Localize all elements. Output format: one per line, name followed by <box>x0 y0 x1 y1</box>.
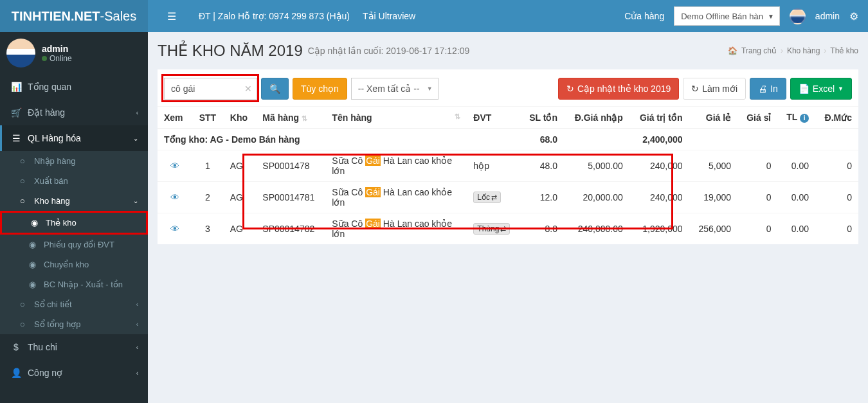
view-icon[interactable]: 👁 <box>170 161 179 171</box>
group-row: Tổng kho: AG - Demo Bán hàng 68.0 2,400,… <box>158 129 858 150</box>
unit-badge[interactable]: Thùng ⇄ <box>473 223 510 235</box>
unit-badge[interactable]: Lốc ⇄ <box>473 192 501 203</box>
search-input[interactable] <box>164 78 257 100</box>
sidebar-item-congno[interactable]: 👤Công nợ‹ <box>0 360 148 386</box>
col-xem[interactable]: Xem <box>158 107 192 129</box>
avatar-large[interactable] <box>6 39 35 67</box>
options-button[interactable]: Tùy chọn <box>293 78 347 100</box>
search-icon: 🔍 <box>269 84 280 94</box>
user-panel: admin Online <box>0 32 148 74</box>
print-icon: 🖨 <box>758 84 767 94</box>
sidebar-item-phieuquydoi[interactable]: ◉Phiếu quy đổi ĐVT <box>0 235 148 255</box>
cart-icon: 🛒 <box>10 107 23 118</box>
logo[interactable]: TINHTIEN.NET-Sales <box>0 0 148 32</box>
search-button[interactable]: 🔍 <box>261 78 289 100</box>
store-label: Cửa hàng <box>624 11 664 21</box>
circle-icon: ○ <box>16 156 29 166</box>
col-mahang[interactable]: Mã hàng⇅ <box>256 107 325 129</box>
chevron-down-icon: ⌄ <box>133 135 138 142</box>
chevron-left-icon: ‹ <box>136 109 138 116</box>
circle-icon: ○ <box>16 300 29 309</box>
support-link[interactable]: ĐT | Zalo Hỗ trợ: 0974 299 873 (Hậu) <box>199 11 350 21</box>
sidebar-item-nhaphang[interactable]: ○Nhập hàng <box>0 151 148 171</box>
info-icon[interactable]: i <box>800 114 809 123</box>
col-slton[interactable]: SL tồn <box>520 107 564 129</box>
sidebar-item-qlhanghoa[interactable]: ☰QL Hàng hóa⌄ <box>0 125 148 151</box>
dot-icon: ◉ <box>26 260 39 269</box>
home-icon: 🏠 <box>728 46 737 55</box>
col-dmuc[interactable]: Đ.Mức <box>815 107 858 129</box>
dot-icon: ◉ <box>28 218 41 228</box>
table-row: 👁3AGSP00014782Sữa Cô Gái Hà Lan cao khỏe… <box>158 213 858 245</box>
settings-icon[interactable]: ⚙ <box>849 10 858 22</box>
chevron-down-icon: ⌄ <box>133 197 138 204</box>
swap-icon: ⇄ <box>491 193 497 202</box>
breadcrumb-thekho: Thẻ kho <box>830 46 858 55</box>
chevron-left-icon: ‹ <box>136 344 138 351</box>
main-content: THẺ KHO NĂM 2019 Cập nhật lần cuối: 2019… <box>148 32 868 403</box>
sidebar-toggle[interactable]: ☰ <box>158 10 186 22</box>
toolbar: ✕ 🔍 Tùy chọn -- Xem tất cả -- ↻Cập nhật … <box>158 71 858 106</box>
chevron-left-icon: ‹ <box>136 301 138 308</box>
col-giasi[interactable]: Giá sỉ <box>737 107 777 129</box>
col-dgianhap[interactable]: Đ.Giá nhập <box>564 107 629 129</box>
print-button[interactable]: 🖨In <box>750 78 786 100</box>
sort-icon: ⇅ <box>302 114 307 122</box>
breadcrumb-home[interactable]: Trang chủ <box>741 46 777 55</box>
username[interactable]: admin <box>815 11 840 21</box>
circle-icon: ○ <box>16 176 29 186</box>
download-link[interactable]: Tải Ultraview <box>363 11 415 21</box>
view-filter-select[interactable]: -- Xem tất cả -- <box>351 78 439 100</box>
col-dvt[interactable]: ĐVT <box>467 107 520 129</box>
refresh-icon: ↻ <box>566 84 574 94</box>
excel-icon: 📄 <box>799 84 809 94</box>
breadcrumb-khohang[interactable]: Kho hàng <box>787 46 820 55</box>
col-tenhang[interactable]: Tên hàng⇅ <box>325 107 467 129</box>
circle-icon: ○ <box>16 196 29 206</box>
page-title: THẺ KHO NĂM 2019 <box>158 42 303 60</box>
sidebar-item-thuchi[interactable]: $Thu chi‹ <box>0 334 148 360</box>
view-icon[interactable]: 👁 <box>170 224 179 234</box>
sidebar-item-tongquan[interactable]: 📊Tổng quan <box>0 74 148 100</box>
sidebar-item-bcnhapxuat[interactable]: ◉BC Nhập - Xuất - tồn <box>0 274 148 294</box>
col-giale[interactable]: Giá lẻ <box>689 107 738 129</box>
update-button[interactable]: ↻Cập nhật thẻ kho 2019 <box>558 78 679 100</box>
sidebar-item-khohang[interactable]: ○Kho hàng⌄ <box>0 191 148 211</box>
page-subtitle: Cập nhật lần cuối: 2019-06-17 17:12:09 <box>308 46 470 56</box>
sidebar-item-sochitiet[interactable]: ○Sổ chi tiết‹ <box>0 294 148 314</box>
sidebar-item-chuyenkho[interactable]: ◉Chuyển kho <box>0 255 148 274</box>
sort-icon: ⇅ <box>455 112 460 121</box>
clear-search-icon[interactable]: ✕ <box>244 84 252 94</box>
circle-icon: ○ <box>16 319 29 329</box>
dot-icon: ◉ <box>26 240 39 249</box>
top-header: TINHTIEN.NET-Sales ☰ ĐT | Zalo Hỗ trợ: 0… <box>0 0 868 32</box>
user-status: Online <box>42 54 72 63</box>
col-kho[interactable]: Kho <box>224 107 257 129</box>
table-row: 👁2AGSP00014781Sữa Cô Gái Hà Lan cao khỏe… <box>158 182 858 213</box>
sidebar-item-dathang[interactable]: 🛒Đặt hàng‹ <box>0 100 148 125</box>
dashboard-icon: 📊 <box>10 82 23 92</box>
user-icon: 👤 <box>10 368 23 378</box>
col-stt[interactable]: STT <box>192 107 224 129</box>
dot-icon: ◉ <box>26 280 39 289</box>
swap-icon: ⇄ <box>500 225 506 233</box>
view-icon[interactable]: 👁 <box>170 192 179 202</box>
col-tl[interactable]: TL i <box>777 107 815 129</box>
sidebar-item-sotonghop[interactable]: ○Sổ tổng hợp‹ <box>0 314 148 334</box>
status-dot-icon <box>42 56 47 61</box>
dollar-icon: $ <box>10 342 23 352</box>
data-panel: ✕ 🔍 Tùy chọn -- Xem tất cả -- ↻Cập nhật … <box>158 69 858 244</box>
refresh-icon: ↻ <box>691 84 699 94</box>
avatar[interactable] <box>790 8 806 24</box>
refresh-button[interactable]: ↻Làm mới <box>683 78 746 100</box>
list-icon: ☰ <box>10 133 23 143</box>
sidebar-item-xuatban[interactable]: ○Xuất bán <box>0 171 148 191</box>
store-select[interactable]: Demo Offline Bán hàn <box>674 6 780 26</box>
table-row: 👁1AGSP0001478Sữa Cô Gái Hà Lan cao khỏe … <box>158 150 858 182</box>
chevron-left-icon: ‹ <box>136 370 138 377</box>
col-giatriton[interactable]: Giá trị tồn <box>629 107 689 129</box>
user-name: admin <box>42 44 72 54</box>
excel-button[interactable]: 📄Excel▼ <box>790 78 852 100</box>
sidebar-item-thekho[interactable]: ◉Thẻ kho <box>2 213 146 233</box>
sidebar: admin Online 📊Tổng quan 🛒Đặt hàng‹ ☰QL H… <box>0 32 148 403</box>
